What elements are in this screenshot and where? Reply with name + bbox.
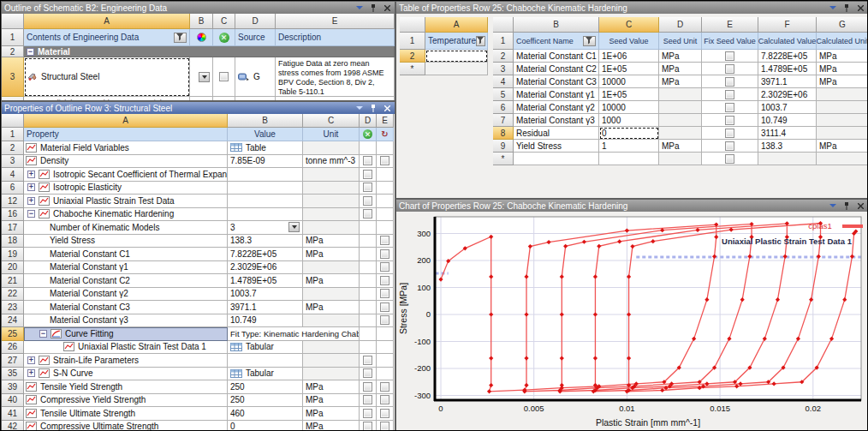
value-cell[interactable]: Table bbox=[228, 141, 303, 155]
parameterize-checkbox[interactable] bbox=[363, 196, 372, 206]
value-cell[interactable]: 0 bbox=[228, 421, 303, 431]
property-name-cell[interactable]: −Curve Fitting bbox=[24, 327, 228, 341]
filter-checkbox[interactable] bbox=[380, 315, 389, 325]
property-name-cell[interactable]: Tensile Yield Strength bbox=[24, 380, 228, 394]
parameterize-checkbox[interactable] bbox=[363, 156, 372, 165]
value-cell[interactable]: 250 bbox=[228, 394, 303, 408]
table-col-C[interactable]: C bbox=[599, 17, 659, 33]
parameterize-checkbox[interactable] bbox=[363, 395, 372, 404]
fix-seed-checkbox[interactable] bbox=[725, 90, 734, 99]
fix-seed-checkbox[interactable] bbox=[725, 103, 734, 112]
parameterize-checkbox[interactable] bbox=[363, 409, 372, 418]
property-name-cell[interactable]: +S-N Curve bbox=[24, 368, 228, 381]
material-name-cell[interactable]: Structural Steel bbox=[24, 57, 190, 97]
chevron-down-icon[interactable] bbox=[288, 222, 300, 232]
pin-icon[interactable] bbox=[368, 3, 378, 13]
panel-menu-chevron-icon[interactable] bbox=[828, 201, 838, 211]
value-cell[interactable] bbox=[228, 354, 303, 368]
property-name-cell[interactable]: Number of Kinematic Models bbox=[24, 221, 228, 235]
property-name-cell[interactable]: Material Constant C1 bbox=[24, 248, 228, 261]
parameterize-checkbox[interactable] bbox=[363, 382, 372, 392]
value-cell[interactable]: 3 bbox=[228, 221, 303, 235]
filter-checkbox[interactable] bbox=[380, 249, 389, 259]
close-icon[interactable] bbox=[855, 201, 865, 211]
close-icon[interactable] bbox=[382, 104, 392, 113]
parameterize-checkbox[interactable] bbox=[363, 183, 372, 192]
pin-icon[interactable] bbox=[841, 201, 852, 211]
filter-checkbox[interactable] bbox=[380, 422, 389, 431]
fix-seed-checkbox[interactable] bbox=[725, 51, 734, 61]
suppress-checkbox[interactable] bbox=[219, 72, 229, 81]
value-cell[interactable]: 250 bbox=[228, 380, 303, 394]
seed-value-cell[interactable]: 10000 bbox=[599, 75, 659, 88]
property-name-cell[interactable]: Uniaxial Plastic Strain Test Data 1 bbox=[24, 341, 228, 355]
pin-icon[interactable] bbox=[841, 3, 852, 13]
table-col-F[interactable]: F bbox=[758, 17, 817, 33]
parameterize-checkbox[interactable] bbox=[363, 368, 372, 378]
filter-checkbox[interactable] bbox=[380, 156, 389, 165]
parameterize-checkbox[interactable] bbox=[363, 422, 372, 431]
filter-checkbox[interactable] bbox=[380, 395, 389, 404]
property-name-cell[interactable]: +Isotropic Elasticity bbox=[24, 182, 228, 195]
value-cell[interactable]: 138.3 bbox=[228, 235, 303, 248]
parameterize-checkbox[interactable] bbox=[363, 356, 372, 365]
panel-menu-chevron-icon[interactable] bbox=[828, 3, 838, 13]
fix-seed-checkbox[interactable] bbox=[725, 154, 734, 164]
value-cell[interactable] bbox=[228, 182, 303, 195]
value-cell[interactable] bbox=[228, 208, 303, 222]
display-style-cell[interactable] bbox=[190, 29, 213, 46]
props-col-A[interactable]: A bbox=[24, 114, 228, 128]
filter-checkbox[interactable] bbox=[380, 289, 389, 298]
property-name-cell[interactable]: Tensile Ultimate Strength bbox=[24, 407, 228, 421]
seed-value-cell[interactable]: 1E+05 bbox=[599, 88, 659, 101]
value-cell[interactable] bbox=[228, 168, 303, 182]
seed-value-cell[interactable]: 10000 bbox=[599, 101, 659, 114]
value-cell[interactable]: 460 bbox=[228, 407, 303, 421]
collapse-icon[interactable]: − bbox=[27, 48, 34, 56]
filter-checkbox[interactable] bbox=[380, 409, 389, 418]
value-cell[interactable]: 1.4789E+05 bbox=[228, 274, 303, 288]
property-name-cell[interactable]: Material Constant C2 bbox=[24, 274, 228, 288]
value-cell[interactable]: 7.8228E+05 bbox=[228, 248, 303, 261]
temperature-value-cell[interactable] bbox=[425, 50, 488, 63]
fix-seed-checkbox[interactable] bbox=[725, 77, 734, 87]
expand-icon[interactable]: + bbox=[27, 369, 35, 377]
fix-seed-checkbox[interactable] bbox=[725, 116, 734, 125]
panel-menu-chevron-icon[interactable] bbox=[354, 104, 365, 113]
value-cell[interactable] bbox=[228, 195, 303, 208]
filter-checkbox[interactable] bbox=[380, 302, 389, 312]
table-col-B[interactable]: B bbox=[514, 17, 599, 33]
property-name-cell[interactable]: +Isotropic Secant Coefficient of Thermal… bbox=[24, 168, 228, 182]
table-col-D[interactable]: D bbox=[659, 17, 702, 33]
props-col-B[interactable]: B bbox=[228, 114, 303, 128]
table-col-E[interactable]: E bbox=[702, 17, 758, 33]
expand-icon[interactable]: + bbox=[27, 171, 35, 178]
fix-seed-checkbox[interactable] bbox=[725, 141, 734, 151]
value-cell[interactable]: Tabular bbox=[228, 368, 303, 381]
filter-icon[interactable] bbox=[476, 36, 485, 46]
empty-cell[interactable] bbox=[425, 63, 488, 75]
property-name-cell[interactable]: +Strain-Life Parameters bbox=[24, 354, 228, 368]
value-cell[interactable]: 2.3029E+06 bbox=[228, 261, 303, 275]
props-col-D[interactable]: D bbox=[360, 114, 377, 128]
seed-value-cell[interactable]: 0 bbox=[599, 127, 659, 140]
outline-col-D[interactable]: D bbox=[235, 14, 276, 29]
fix-seed-checkbox[interactable] bbox=[725, 64, 734, 74]
table-col-G[interactable]: G bbox=[817, 17, 868, 33]
property-name-cell[interactable]: Material Constant γ1 bbox=[24, 261, 228, 275]
property-name-cell[interactable]: Material Constant γ2 bbox=[24, 288, 228, 302]
seed-value-cell[interactable]: 1000 bbox=[599, 114, 659, 127]
seed-value-cell[interactable]: 1E+06 bbox=[599, 50, 659, 63]
property-name-cell[interactable]: +Uniaxial Plastic Strain Test Data bbox=[24, 195, 228, 208]
collapse-icon[interactable]: − bbox=[39, 330, 47, 338]
outline-col-B[interactable]: B bbox=[190, 14, 213, 29]
material-group-cell[interactable]: −Material bbox=[24, 46, 395, 57]
value-cell[interactable]: 3971.1 bbox=[228, 301, 303, 314]
parameterize-checkbox[interactable] bbox=[363, 170, 372, 179]
property-name-cell[interactable]: Material Constant γ3 bbox=[24, 314, 228, 328]
outline-col-E[interactable]: E bbox=[276, 14, 395, 29]
suppression-cell[interactable]: ✕ bbox=[213, 29, 235, 46]
parameterize-checkbox[interactable] bbox=[363, 209, 372, 218]
property-name-cell[interactable]: Density bbox=[24, 155, 228, 169]
property-name-cell[interactable]: −Chaboche Kinematic Hardening bbox=[24, 208, 228, 222]
